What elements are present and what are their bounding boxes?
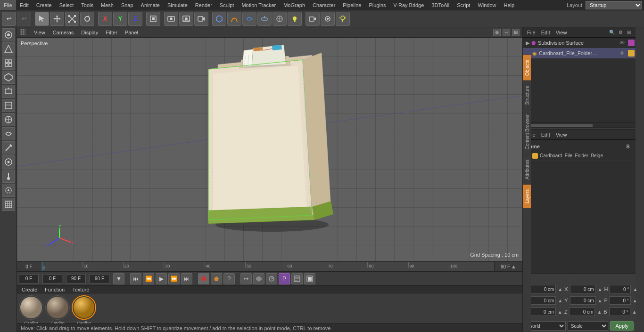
attr-edit-menu[interactable]: Edit	[540, 131, 552, 138]
render-picture-button[interactable]	[179, 12, 193, 26]
render-region-button[interactable]	[164, 12, 178, 26]
menu-item-snap[interactable]: Snap	[117, 0, 137, 10]
arrow-input-btn[interactable]: ▼	[113, 273, 124, 284]
rotate-tool-button[interactable]	[80, 12, 94, 26]
coord-z-pos-arrow[interactable]: ▲	[558, 309, 562, 315]
vtab-attributes[interactable]: Attributes	[523, 154, 531, 184]
sidebar-btn-8[interactable]	[2, 127, 15, 140]
menu-item-window[interactable]: Window	[474, 0, 500, 10]
sidebar-btn-5[interactable]	[2, 85, 15, 98]
vtab-structure[interactable]: Structure	[523, 81, 531, 110]
scale-tool-button[interactable]	[65, 12, 79, 26]
vtab-layers[interactable]: Layers	[523, 184, 531, 208]
om-view-menu[interactable]: View	[554, 29, 569, 36]
vp-ctrl-maximize[interactable]: ⊕	[493, 29, 501, 36]
viewport-view-menu[interactable]: View	[32, 29, 47, 36]
menu-item-tools[interactable]: Tools	[77, 0, 97, 10]
play-forward-button[interactable]: ▶	[156, 273, 167, 284]
key-button[interactable]	[253, 273, 264, 284]
playback-mode-button[interactable]: P	[279, 273, 290, 284]
menu-item-simulate[interactable]: Simulate	[164, 0, 191, 10]
fps-display-button[interactable]	[291, 273, 303, 284]
material-texture-menu[interactable]: Texture	[70, 286, 91, 293]
om-config-icon[interactable]: ⚙	[617, 29, 624, 36]
y-axis-button[interactable]: Y	[113, 12, 127, 26]
timeline-expand-button[interactable]: ▲	[511, 264, 516, 269]
sidebar-btn-magnet[interactable]	[2, 184, 15, 197]
material-ball-1[interactable]	[45, 295, 70, 320]
apply-button[interactable]: Apply	[610, 321, 634, 331]
tree-eye-subdivision[interactable]: 👁	[619, 40, 625, 46]
fps-input[interactable]	[90, 274, 109, 283]
undo-button[interactable]: ↩	[2, 12, 16, 26]
coord-z-size-arrow[interactable]: ▲	[597, 309, 602, 315]
redo-button[interactable]: ↩	[17, 12, 31, 26]
menu-item-script[interactable]: Script	[453, 0, 474, 10]
menu-item-mograph[interactable]: MoGraph	[280, 0, 309, 10]
viewport-3d[interactable]: Perspective	[17, 38, 522, 261]
vtab-objects[interactable]: Objects	[523, 55, 531, 81]
material-create-menu[interactable]: Create	[20, 286, 39, 293]
sidebar-btn-7[interactable]	[2, 113, 15, 126]
autokey-button[interactable]	[211, 273, 222, 284]
sidebar-btn-brush[interactable]	[2, 170, 15, 183]
om-search-icon[interactable]: 🔍	[608, 29, 616, 36]
tree-item-folder[interactable]: ◉ Cardboard_File_Folder_Beige 👁	[523, 48, 636, 58]
start-frame-input[interactable]	[19, 274, 39, 283]
question-button[interactable]: ?	[223, 273, 235, 284]
coord-p-rot[interactable]	[610, 296, 631, 305]
sidebar-btn-1[interactable]	[2, 28, 15, 41]
prev-frame-button[interactable]: ⏪	[143, 273, 154, 284]
object-mode-button[interactable]	[146, 12, 160, 26]
spline-button[interactable]	[227, 12, 241, 26]
viewport-filter-menu[interactable]: Filter	[104, 29, 119, 36]
menu-item-sculpt[interactable]: Sculpt	[216, 0, 238, 10]
select-tool-button[interactable]	[35, 12, 49, 26]
timeline-ruler[interactable]: 0 F 0 10 20 30 40 50 60 70 80	[17, 261, 522, 272]
sidebar-btn-3[interactable]	[2, 57, 15, 70]
deformer-button[interactable]	[257, 12, 272, 26]
material-ball-0[interactable]	[19, 295, 43, 320]
coord-y-pos-arrow[interactable]: ▲	[558, 298, 562, 303]
move-key-button[interactable]	[240, 273, 252, 284]
vp-ctrl-lock[interactable]: ↔	[503, 29, 510, 36]
menu-item-create[interactable]: Create	[33, 0, 56, 10]
coord-x-size-arrow[interactable]: ▲	[598, 287, 603, 292]
menu-item-mesh[interactable]: Mesh	[97, 0, 117, 10]
menu-item-character[interactable]: Character	[309, 0, 339, 10]
light-preset-button[interactable]	[336, 12, 350, 26]
coord-world-select[interactable]: World	[525, 321, 566, 331]
x-axis-button[interactable]: X	[98, 12, 112, 26]
menu-item-edit[interactable]: Edit	[16, 0, 33, 10]
menu-item-animate[interactable]: Animate	[137, 0, 164, 10]
coord-x-pos[interactable]	[530, 285, 556, 293]
coord-y-pos[interactable]	[530, 296, 556, 305]
vtab-content-browser[interactable]: Content Browser	[523, 109, 531, 154]
timeline-ruler-track[interactable]: 0 10 20 30 40 50 60 70 80 90 100	[41, 262, 494, 271]
menu-item-3dtoall[interactable]: 3DToAll	[428, 0, 453, 10]
sidebar-btn-knife[interactable]	[2, 141, 15, 154]
nurbs-button[interactable]	[242, 12, 256, 26]
coord-z-pos[interactable]	[530, 308, 556, 316]
z-axis-button[interactable]: Z	[128, 12, 142, 26]
goto-start-button[interactable]: ⏮	[130, 273, 141, 284]
menu-item-pipeline[interactable]: Pipeline	[339, 0, 365, 10]
menu-item-plugins[interactable]: Plugins	[365, 0, 389, 10]
record-button[interactable]	[198, 273, 209, 284]
menu-item-help[interactable]: Help	[500, 0, 519, 10]
attr-row-folder[interactable]: Cardboard_File_Folder_Beige	[523, 151, 636, 161]
coord-y-size[interactable]	[570, 296, 596, 305]
coord-z-size[interactable]	[569, 308, 595, 316]
sidebar-btn-2[interactable]	[2, 42, 15, 56]
coord-h-arrow[interactable]: ▲	[633, 287, 637, 292]
om-file-menu[interactable]: File	[526, 29, 537, 36]
menu-item-motion-tracker[interactable]: Motion Tracker	[238, 0, 280, 10]
vp-ctrl-config[interactable]: ⊞	[512, 29, 520, 36]
menu-item-file[interactable]: File	[0, 0, 16, 10]
sidebar-btn-paint[interactable]	[2, 155, 15, 169]
loop-button[interactable]	[266, 273, 277, 284]
coord-p-arrow[interactable]: ▲	[633, 298, 637, 303]
coord-b-arrow[interactable]: ▲	[632, 309, 637, 315]
goto-end-button[interactable]: ⏭	[181, 273, 192, 284]
material-function-menu[interactable]: Function	[43, 286, 66, 293]
